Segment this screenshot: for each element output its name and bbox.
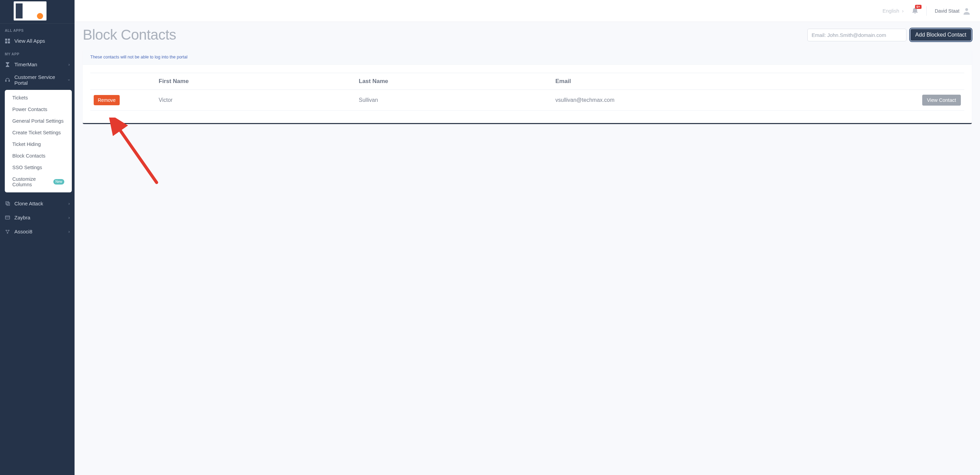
sidebar-item-label: View All Apps (14, 38, 45, 44)
sidebar-item-associ8[interactable]: Associ8 › (0, 226, 75, 237)
network-icon (5, 229, 10, 234)
table-row: Remove Victor Sullivan vsullivan@techmax… (90, 90, 964, 111)
blocked-contacts-table: First Name Last Name Email Remove (90, 73, 964, 111)
chevron-right-icon: › (68, 215, 70, 220)
notifications-count-badge: 5+ (915, 5, 921, 9)
cell-last-name: Sullivan (355, 90, 552, 111)
remove-button[interactable]: Remove (94, 95, 120, 105)
sidebar-sub-power-contacts[interactable]: Power Contacts (5, 103, 72, 115)
sidebar-sub-general-portal-settings[interactable]: General Portal Settings (5, 115, 72, 127)
svg-line-14 (6, 230, 8, 233)
avatar-icon (963, 7, 970, 15)
card-icon (5, 215, 10, 221)
page-header-actions: Add Blocked Contact (807, 29, 972, 41)
sidebar-sub-label: Power Contacts (12, 106, 47, 112)
svg-point-16 (965, 8, 968, 11)
page-title: Block Contacts (83, 27, 176, 43)
table-header-row: First Name Last Name Email (90, 73, 964, 90)
logo-thumbnail[interactable] (14, 2, 46, 21)
sidebar-sub-label: SSO Settings (12, 165, 42, 170)
annotation-arrow-icon (109, 118, 164, 186)
sidebar-sub-label: Customize Columns (12, 176, 51, 187)
svg-rect-8 (5, 216, 10, 219)
sidebar-item-zaybra[interactable]: Zaybra › (0, 212, 75, 223)
svg-line-17 (117, 126, 157, 183)
svg-rect-0 (5, 39, 7, 41)
svg-rect-4 (5, 80, 6, 82)
view-contact-button[interactable]: View Contact (922, 95, 961, 106)
sidebar-sub-ticket-hiding[interactable]: Ticket Hiding (5, 138, 72, 150)
sidebar-sub-label: Block Contacts (12, 153, 46, 159)
grid-icon (5, 38, 10, 44)
blocked-email-input[interactable] (807, 29, 907, 41)
divider (926, 6, 927, 16)
hourglass-icon (5, 62, 10, 67)
cell-email: vsullivan@techmax.com (552, 90, 910, 111)
col-email: Email (552, 73, 910, 90)
chevron-right-icon: › (902, 8, 904, 14)
page-content: Block Contacts Add Blocked Contact These… (75, 22, 980, 138)
sidebar-sub-label: Ticket Hiding (12, 141, 41, 147)
logo-area (0, 0, 75, 24)
sidebar: ALL APPS View All Apps MY APP TimerMan ›… (0, 0, 75, 475)
sidebar-submenu-csp: Tickets Power Contacts General Portal Se… (5, 90, 72, 192)
sidebar-item-timerman[interactable]: TimerMan › (0, 58, 75, 71)
page-header: Block Contacts Add Blocked Contact (83, 27, 972, 43)
sidebar-sub-tickets[interactable]: Tickets (5, 92, 72, 103)
svg-rect-2 (5, 41, 7, 43)
sidebar-sub-label: Tickets (12, 95, 28, 100)
sidebar-item-label: TimerMan (14, 62, 37, 67)
sidebar-section-my-app: MY APP (0, 47, 75, 58)
headset-icon (5, 77, 10, 83)
sidebar-item-clone-attack[interactable]: Clone Attack › (0, 198, 75, 209)
sidebar-item-label: Clone Attack (14, 200, 43, 207)
add-blocked-contact-button[interactable]: Add Blocked Contact (910, 29, 972, 41)
sidebar-sub-sso-settings[interactable]: SSO Settings (5, 162, 72, 173)
svg-rect-3 (8, 41, 10, 43)
sidebar-sub-label: General Portal Settings (12, 118, 64, 124)
blocked-contacts-card: These contacts will not be able to log i… (83, 50, 972, 124)
svg-line-15 (8, 230, 9, 233)
sidebar-sub-customize-columns[interactable]: Customize Columns New (5, 173, 72, 190)
col-first-name: First Name (155, 73, 355, 90)
chevron-right-icon: › (68, 201, 70, 206)
chevron-right-icon: › (68, 62, 70, 67)
sidebar-sub-label: Create Ticket Settings (12, 130, 61, 135)
copy-icon (5, 201, 10, 207)
sidebar-item-label: Customer Service Portal (14, 74, 70, 86)
new-badge: New (53, 179, 64, 184)
svg-rect-1 (8, 39, 10, 41)
sidebar-item-customer-service-portal[interactable]: Customer Service Portal › (0, 71, 75, 89)
main-area: English › 5+ David Staat Block Contacts (75, 0, 980, 475)
card-info-note: These contacts will not be able to log i… (83, 50, 972, 65)
sidebar-section-all-apps: ALL APPS (0, 24, 75, 35)
topbar: English › 5+ David Staat (75, 0, 980, 22)
sidebar-item-view-all-apps[interactable]: View All Apps (0, 35, 75, 47)
sidebar-sub-block-contacts[interactable]: Block Contacts (5, 150, 72, 162)
svg-rect-6 (6, 202, 8, 204)
col-last-name: Last Name (355, 73, 552, 90)
sidebar-item-label: Associ8 (14, 229, 32, 234)
chevron-down-icon: › (67, 79, 72, 81)
user-name: David Staat (935, 8, 959, 14)
cell-first-name: Victor (155, 90, 355, 111)
language-label: English (883, 8, 899, 14)
svg-rect-7 (7, 203, 10, 205)
user-menu[interactable]: David Staat (935, 7, 970, 15)
sidebar-sub-create-ticket-settings[interactable]: Create Ticket Settings (5, 127, 72, 138)
chevron-right-icon: › (68, 229, 70, 234)
sidebar-item-label: Zaybra (14, 214, 30, 221)
svg-rect-5 (8, 80, 10, 82)
notifications-button[interactable]: 5+ (912, 7, 918, 15)
language-selector[interactable]: English › (883, 8, 904, 14)
